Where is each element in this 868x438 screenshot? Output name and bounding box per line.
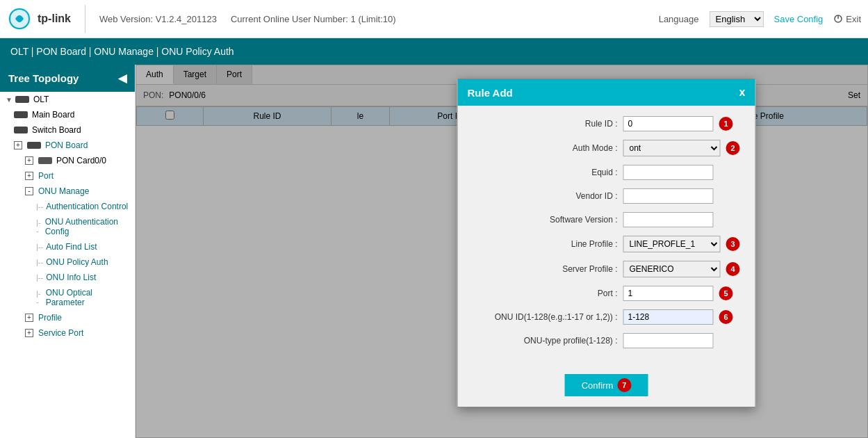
port-expand-icon[interactable]: + xyxy=(25,172,33,180)
equid-row: Equid : xyxy=(472,165,742,180)
header-info: Web Version: V1.2.4_201123 Current Onlin… xyxy=(85,14,659,24)
rule-id-row: Rule ID : 1 xyxy=(472,116,742,131)
vendor-id-input[interactable] xyxy=(623,188,714,204)
sidebar-item-onu-policy-auth[interactable]: |-- ONU Policy Auth xyxy=(0,254,135,270)
olt-device-icon xyxy=(15,96,29,103)
modal-footer: Confirm 7 xyxy=(458,367,755,407)
sidebar-item-onu-info-list[interactable]: |-- ONU Info List xyxy=(0,270,135,285)
rule-id-input[interactable] xyxy=(623,116,714,131)
server-profile-select[interactable]: GENERICO DEFAULT xyxy=(623,261,721,277)
pon-expand-icon[interactable]: + xyxy=(14,141,22,149)
main-board-icon xyxy=(14,111,28,118)
sidebar-item-pon-board[interactable]: + PON Board xyxy=(0,138,135,153)
sidebar-item-onu-manage[interactable]: - ONU Manage xyxy=(0,184,135,199)
tp-link-logo-icon xyxy=(7,6,32,31)
sidebar-item-profile[interactable]: + Profile xyxy=(0,310,135,325)
language-select[interactable]: English Chinese xyxy=(710,11,764,27)
pon-board-icon xyxy=(27,142,41,149)
sidebar-item-onu-auth-config[interactable]: |-- ONU Authentication Config xyxy=(0,214,135,239)
equid-input[interactable] xyxy=(623,165,714,180)
sidebar-item-service-port[interactable]: + Service Port xyxy=(0,325,135,341)
modal-close-button[interactable]: x xyxy=(739,86,746,99)
modal-header: Rule Add x xyxy=(458,79,755,106)
modal-title: Rule Add xyxy=(468,87,513,99)
pon-card-expand-icon[interactable]: + xyxy=(25,156,33,165)
exit-button[interactable]: Exit xyxy=(833,14,861,24)
save-config-link[interactable]: Save Config xyxy=(774,14,824,24)
software-version-row: Software Version : xyxy=(472,212,742,227)
rule-add-modal: Rule Add x Rule ID : 1 Auth Mode : ont m… xyxy=(457,79,756,407)
step-7-badge: 7 xyxy=(617,378,631,392)
auth-mode-select[interactable]: ont mac password hybrid xyxy=(623,140,721,156)
collapse-button[interactable]: ◀ xyxy=(118,72,126,85)
onu-type-input[interactable] xyxy=(623,333,714,348)
port-row: Port : 5 xyxy=(472,286,742,301)
logo-text: tp-link xyxy=(38,13,71,25)
logo-area: tp-link xyxy=(7,5,85,33)
sidebar-item-auth-control[interactable]: |-- Authentication Control xyxy=(0,199,135,214)
step-6-badge: 6 xyxy=(719,310,733,324)
server-profile-label: Server Profile : xyxy=(472,264,618,274)
onu-manage-expand-icon[interactable]: - xyxy=(25,187,33,195)
step-2-badge: 2 xyxy=(726,141,740,155)
breadcrumb: OLT | PON Board | ONU Manage | ONU Polic… xyxy=(0,38,868,65)
onu-id-row: ONU ID(1-128(e.g.:1-17 or 1,2)) : 6 xyxy=(472,309,742,325)
confirm-button[interactable]: Confirm 7 xyxy=(565,374,648,396)
modal-body: Rule ID : 1 Auth Mode : ont mac password… xyxy=(458,106,755,367)
equid-label: Equid : xyxy=(472,168,618,177)
sidebar: Tree Topology ◀ ▼ OLT Main Board Switch … xyxy=(0,65,136,438)
step-5-badge: 5 xyxy=(719,286,733,300)
pon-card-icon xyxy=(38,157,52,164)
line-profile-row: Line Profile : LINE_PROFLE_1 LINE_PROFLE… xyxy=(472,236,742,252)
rule-id-label: Rule ID : xyxy=(472,119,618,129)
service-port-expand-icon[interactable]: + xyxy=(25,329,33,337)
line-profile-label: Line Profile : xyxy=(472,239,618,249)
step-3-badge: 3 xyxy=(726,237,740,251)
vendor-id-label: Vendor ID : xyxy=(472,191,618,201)
online-user: Current Online User Number: 1 (Limit:10) xyxy=(231,14,396,24)
onu-id-input[interactable] xyxy=(623,309,714,325)
port-label: Port : xyxy=(472,289,618,298)
sidebar-item-onu-optical[interactable]: |-- ONU Optical Parameter xyxy=(0,285,135,310)
port-input[interactable] xyxy=(623,286,714,301)
profile-expand-icon[interactable]: + xyxy=(25,314,33,322)
vendor-id-row: Vendor ID : xyxy=(472,188,742,204)
server-profile-row: Server Profile : GENERICO DEFAULT 4 xyxy=(472,261,742,277)
onu-type-label: ONU-type profile(1-128) : xyxy=(472,336,618,346)
onu-id-label: ONU ID(1-128(e.g.:1-17 or 1,2)) : xyxy=(472,312,618,322)
line-profile-select[interactable]: LINE_PROFLE_1 LINE_PROFLE_2 xyxy=(623,236,721,252)
auth-mode-label: Auth Mode : xyxy=(472,143,618,153)
switch-board-icon xyxy=(14,127,28,133)
sidebar-item-main-board[interactable]: Main Board xyxy=(0,107,135,122)
sidebar-item-pon-card[interactable]: + PON Card0/0 xyxy=(0,153,135,168)
sidebar-item-olt[interactable]: ▼ OLT xyxy=(0,92,135,107)
content-area: Auth Target Port PON: PON0/0/6 Set Rule … xyxy=(136,65,868,438)
header: tp-link Web Version: V1.2.4_201123 Curre… xyxy=(0,0,868,38)
onu-type-row: ONU-type profile(1-128) : xyxy=(472,333,742,348)
sidebar-item-switch-board[interactable]: Switch Board xyxy=(0,122,135,138)
web-version: Web Version: V1.2.4_201123 xyxy=(99,14,217,24)
language-label: Language xyxy=(659,14,699,24)
step-1-badge: 1 xyxy=(719,117,733,131)
header-right: Language English Chinese Save Config Exi… xyxy=(659,11,861,27)
sidebar-title[interactable]: Tree Topology ◀ xyxy=(0,65,135,92)
power-icon xyxy=(833,14,843,24)
auth-mode-row: Auth Mode : ont mac password hybrid 2 xyxy=(472,140,742,156)
main-layout: Tree Topology ◀ ▼ OLT Main Board Switch … xyxy=(0,65,868,438)
step-4-badge: 4 xyxy=(726,262,740,276)
expand-icon: ▼ xyxy=(6,96,13,104)
software-version-input[interactable] xyxy=(623,212,714,227)
sidebar-item-auto-find[interactable]: |-- Auto Find List xyxy=(0,239,135,254)
software-version-label: Software Version : xyxy=(472,215,618,225)
sidebar-item-port[interactable]: + Port xyxy=(0,168,135,184)
